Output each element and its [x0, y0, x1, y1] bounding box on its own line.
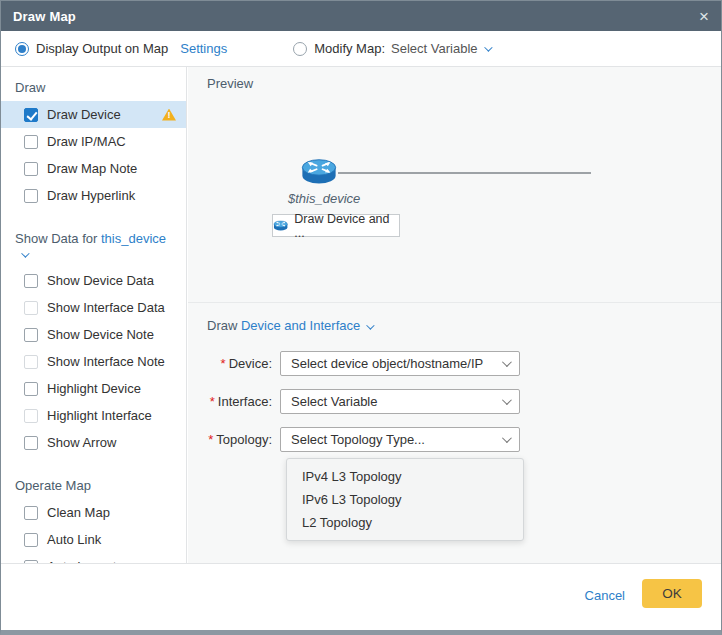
- checkbox-draw-device[interactable]: [24, 108, 38, 122]
- required-asterisk: *: [208, 432, 213, 447]
- device-select[interactable]: Select device object/hostname/IP: [280, 351, 520, 376]
- section-title-operate-map: Operate Map: [15, 478, 172, 493]
- sidebar-item-show-interface-note[interactable]: Show Interface Note: [1, 348, 186, 375]
- dropdown-option-l2[interactable]: L2 Topology: [287, 511, 523, 534]
- sidebar-item-draw-map-note[interactable]: Draw Map Note: [1, 155, 186, 182]
- sidebar-item-show-device-note[interactable]: Show Device Note: [1, 321, 186, 348]
- sidebar-item-draw-device[interactable]: Draw Device: [1, 101, 186, 128]
- chevron-down-icon: [502, 395, 512, 405]
- this-device-link[interactable]: this_device: [101, 231, 166, 246]
- checkbox-clean-map[interactable]: [24, 506, 38, 520]
- topology-link-line: [338, 172, 591, 174]
- topology-dropdown-list: IPv4 L3 Topology IPv6 L3 Topology L2 Top…: [286, 458, 524, 541]
- sidebar-item-show-device-data[interactable]: Show Device Data: [1, 267, 186, 294]
- router-icon: [273, 219, 288, 232]
- sidebar-item-show-interface-data[interactable]: Show Interface Data: [1, 294, 186, 321]
- draw-device-and-button[interactable]: Draw Device and ...: [272, 214, 400, 237]
- dialog-title: Draw Map: [13, 9, 76, 24]
- close-icon[interactable]: ×: [699, 8, 709, 25]
- sidebar-item-clean-map[interactable]: Clean Map: [1, 499, 186, 526]
- cancel-button[interactable]: Cancel: [585, 588, 625, 603]
- checkbox-draw-hyperlink[interactable]: [24, 189, 38, 203]
- sidebar-item-draw-ip-mac[interactable]: Draw IP/MAC: [1, 128, 186, 155]
- checkbox-highlight-device[interactable]: [24, 382, 38, 396]
- sidebar-item-show-arrow[interactable]: Show Arrow: [1, 429, 186, 456]
- interface-field-row: *Interface: Select Variable: [188, 389, 520, 414]
- checkbox-show-arrow[interactable]: [24, 436, 38, 450]
- chevron-down-icon: [366, 321, 374, 329]
- right-panel: Preview $this_device Draw Device and ...…: [188, 67, 721, 563]
- sidebar-item-draw-hyperlink[interactable]: Draw Hyperlink: [1, 182, 186, 209]
- modify-map-variable-select[interactable]: Select Variable: [391, 41, 477, 56]
- draw-map-dialog: Draw Map × Display Output on Map Setting…: [0, 0, 722, 635]
- checkbox-show-device-data[interactable]: [24, 274, 38, 288]
- section-title-draw: Draw: [15, 80, 172, 95]
- device-variable-label: $this_device: [288, 191, 360, 206]
- settings-link[interactable]: Settings: [180, 41, 227, 56]
- sidebar-item-auto-link[interactable]: Auto Link: [1, 526, 186, 553]
- checkbox-show-interface-data[interactable]: [24, 301, 38, 315]
- topology-field-row: *Topology: Select Topology Type...: [188, 427, 520, 452]
- display-output-radio[interactable]: [15, 42, 29, 56]
- modify-map-label: Modify Map:: [314, 41, 385, 56]
- router-device-icon: [300, 155, 338, 187]
- checkbox-show-device-note[interactable]: [24, 328, 38, 342]
- required-asterisk: *: [221, 356, 226, 371]
- checkbox-draw-ip-mac[interactable]: [24, 135, 38, 149]
- dropdown-option-ipv4-l3[interactable]: IPv4 L3 Topology: [287, 465, 523, 488]
- checkbox-highlight-interface[interactable]: [24, 409, 38, 423]
- chevron-down-icon: [484, 43, 492, 51]
- checkbox-show-interface-note[interactable]: [24, 355, 38, 369]
- topology-select[interactable]: Select Topology Type...: [280, 427, 520, 452]
- chevron-down-icon: [21, 249, 29, 257]
- sidebar-item-highlight-interface[interactable]: Highlight Interface: [1, 402, 186, 429]
- interface-select[interactable]: Select Variable: [280, 389, 520, 414]
- checkbox-auto-link[interactable]: [24, 533, 38, 547]
- chevron-down-icon: [502, 357, 512, 367]
- required-asterisk: *: [210, 394, 215, 409]
- checkbox-draw-map-note[interactable]: [24, 162, 38, 176]
- footer: Cancel OK: [1, 563, 721, 630]
- ok-button[interactable]: OK: [642, 579, 702, 608]
- dropdown-option-ipv6-l3[interactable]: IPv6 L3 Topology: [287, 488, 523, 511]
- output-mode-toolbar: Display Output on Map Settings Modify Ma…: [1, 31, 721, 67]
- modify-map-radio[interactable]: [293, 42, 307, 56]
- preview-title: Preview: [207, 76, 253, 91]
- sidebar: Draw Draw Device Draw IP/MAC Draw Map No…: [1, 67, 187, 563]
- device-and-interface-select[interactable]: Device and Interface: [241, 318, 360, 333]
- sidebar-item-highlight-device[interactable]: Highlight Device: [1, 375, 186, 402]
- chevron-down-icon: [502, 433, 512, 443]
- warning-icon: [162, 109, 176, 121]
- panel-divider: [188, 302, 721, 303]
- form-section-title: Draw Device and Interface: [207, 318, 372, 333]
- sidebar-item-auto-layout[interactable]: Auto Layout: [1, 553, 186, 563]
- title-bar: Draw Map ×: [1, 1, 721, 31]
- device-field-row: *Device: Select device object/hostname/I…: [188, 351, 520, 376]
- section-title-show-data: Show Data for this_device: [15, 231, 172, 261]
- display-output-label: Display Output on Map: [36, 41, 168, 56]
